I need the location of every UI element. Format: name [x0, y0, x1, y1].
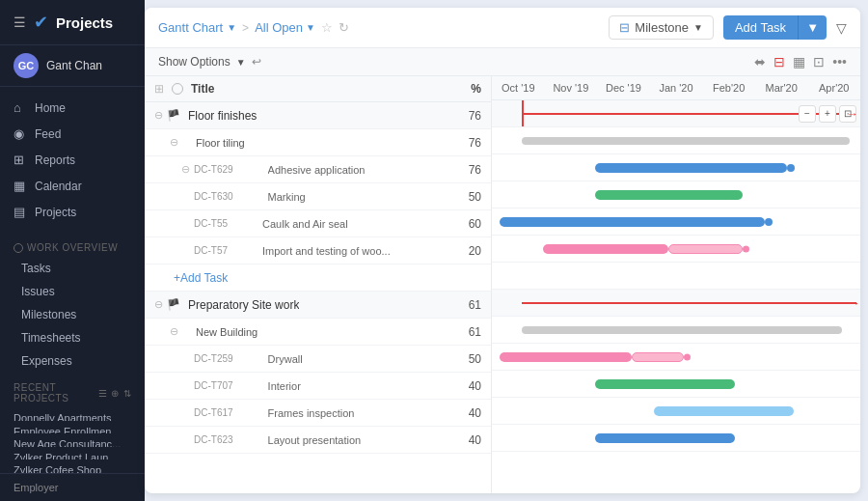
sidebar-item-issues[interactable]: Issues: [0, 280, 145, 303]
sidebar-item-timesheets[interactable]: Timesheets: [0, 326, 145, 349]
sidebar-item-calendar-label: Calendar: [35, 180, 82, 193]
task-code: DC-T630: [194, 191, 233, 202]
recent-add-icon[interactable]: ⊕: [111, 388, 120, 399]
task-percent: 20: [452, 244, 481, 258]
task-row: ⊖ DC-T630 Marking 50: [145, 183, 491, 210]
sidebar-item-expenses[interactable]: Expenses: [0, 349, 145, 373]
bar-row-floor-finishes: − + ⊡ →: [492, 100, 860, 127]
row-expand-icon[interactable]: ⊖: [170, 136, 178, 149]
gantt-bar-drywall-solid: [500, 352, 633, 362]
filter-lines-icon[interactable]: ⬌: [754, 54, 766, 70]
task-name: Drywall: [268, 353, 303, 365]
recent-project-zylker-cofee[interactable]: Zylker Cofee Shop: [0, 459, 145, 473]
minus-btn[interactable]: −: [799, 105, 816, 123]
toolbar-left: Gantt Chart ▼ > All Open ▼ ☆ ↻: [158, 20, 349, 35]
sidebar-item-feed[interactable]: ◉ Feed: [0, 121, 145, 147]
month-jan: Jan '20: [650, 82, 703, 94]
breadcrumb-separator: >: [242, 21, 249, 35]
task-list: ⊖ 🏴 Floor finishes 76 ⊖ Floor tiling 76: [145, 102, 491, 493]
options-left[interactable]: Show Options ▼ ↩: [158, 55, 261, 69]
gantt-bar-import-solid: [543, 244, 668, 254]
task-percent: 40: [452, 433, 481, 447]
expand-all-icon[interactable]: ⊞: [154, 82, 164, 96]
task-indent: ⊖ DC-T629 Adhesive application: [154, 163, 452, 176]
panel-header: ⊞ Title %: [145, 76, 491, 102]
sidebar-item-projects[interactable]: ▤ Projects: [0, 199, 145, 225]
row-expand-icon[interactable]: ⊖: [181, 163, 190, 176]
task-code: DC-T629: [194, 164, 233, 175]
task-indent: ⊖ DC-T57 Import and testing of woo...: [154, 244, 452, 257]
sidebar-item-tasks[interactable]: Tasks: [0, 257, 145, 280]
gantt-bar-interior: [595, 379, 735, 389]
undo-icon[interactable]: ↩: [252, 55, 261, 69]
warning-icon: 🏴: [167, 298, 180, 311]
all-open-selector[interactable]: All Open ▼: [255, 20, 315, 35]
sidebar-item-reports[interactable]: ⊞ Reports: [0, 147, 145, 173]
task-name: Interior: [268, 380, 301, 392]
month-feb: Feb'20: [702, 82, 755, 94]
work-overview-circle: [14, 243, 23, 253]
recent-menu-icon[interactable]: ☰: [98, 388, 108, 399]
task-row: ⊖ DC-T617 Frames inspection 40: [145, 400, 491, 427]
refresh-icon[interactable]: ↻: [339, 20, 349, 35]
task-name: Floor finishes: [188, 109, 257, 123]
plus-btn[interactable]: +: [819, 105, 836, 123]
warning-icon: 🏴: [167, 109, 180, 122]
add-task-button[interactable]: Add Task ▼: [723, 15, 827, 40]
sidebar-item-reports-label: Reports: [35, 153, 75, 167]
add-task-label: Add Task: [723, 15, 798, 40]
recent-project-zylker-product[interactable]: Zylker Product Laun...: [0, 447, 145, 460]
main-nav: ⌂ Home ◉ Feed ⊞ Reports ▦ Calendar ▤ Pro…: [0, 87, 145, 233]
sidebar-item-calendar[interactable]: ▦ Calendar: [0, 173, 145, 199]
task-name: Layout presentation: [268, 434, 362, 446]
task-row: ⊖ Floor tiling 76: [145, 129, 491, 156]
sidebar-item-milestones[interactable]: Milestones: [0, 303, 145, 326]
gantt-bar-adhesive: [595, 163, 787, 173]
add-task-row[interactable]: + Add Task: [145, 264, 491, 292]
row-expand-icon[interactable]: ⊖: [154, 298, 163, 311]
bar-dot-adhesive: [787, 164, 795, 172]
task-percent: 40: [452, 406, 481, 420]
star-icon[interactable]: ☆: [321, 20, 333, 35]
task-code: DC-T57: [194, 245, 228, 256]
task-row: ⊖ 🏴 Floor finishes 76: [145, 102, 491, 129]
task-indent: ⊖ DC-T259 Drywall: [154, 352, 452, 365]
month-oct: Oct '19: [492, 82, 545, 94]
bar-row-preparatory: →: [492, 290, 860, 317]
filter-icon[interactable]: ▽: [836, 20, 847, 36]
task-indent: ⊖ DC-T617 Frames inspection: [154, 406, 452, 419]
recent-io-icon[interactable]: ⇅: [123, 388, 132, 399]
task-row: ⊖ DC-T707 Interior 40: [145, 373, 491, 400]
task-percent: 61: [452, 325, 481, 339]
recent-project-newage[interactable]: New Age Consultanc...: [0, 433, 145, 447]
milestone-button[interactable]: ⊟ Milestone ▼: [609, 15, 714, 40]
chart-type-selector[interactable]: Gantt Chart ▼: [158, 20, 236, 35]
sidebar-item-home[interactable]: ⌂ Home: [0, 95, 145, 121]
task-name: Adhesive application: [268, 164, 366, 176]
task-row: ⊖ DC-T623 Layout presentation 40: [145, 427, 491, 454]
task-name: Floor tiling: [196, 137, 245, 149]
left-panel: ⊞ Title % ⊖ 🏴 Floor finishes 76: [145, 76, 492, 493]
bar-arrow-right: →: [847, 107, 858, 121]
more-options-icon[interactable]: •••: [832, 54, 847, 70]
group-icon[interactable]: ⊟: [773, 54, 785, 70]
recent-project-donnelly[interactable]: Donnelly Apartments: [0, 407, 145, 421]
task-code: DC-T259: [194, 353, 233, 364]
bar-row-drywall: [492, 344, 860, 371]
bar-row-floor-tiling: [492, 127, 860, 154]
task-code: DC-T707: [194, 380, 233, 391]
sidebar-item-home-label: Home: [35, 101, 66, 115]
task-indent: ⊖ DC-T707 Interior: [154, 379, 452, 392]
task-percent: 50: [452, 190, 481, 204]
task-row: ⊖ New Building 61: [145, 319, 491, 346]
recent-project-employee[interactable]: Employee Enrollmen...: [0, 421, 145, 434]
hamburger-icon[interactable]: ☰: [14, 14, 26, 30]
calendar-icon: ▦: [14, 179, 27, 193]
row-expand-icon[interactable]: ⊖: [154, 109, 163, 122]
screen-icon[interactable]: ⊡: [813, 54, 825, 70]
row-expand-icon[interactable]: ⊖: [170, 325, 178, 338]
bar-row-caulk: [492, 209, 860, 236]
add-task-dropdown-arrow[interactable]: ▼: [798, 15, 827, 40]
title-header-label: Title: [191, 82, 445, 96]
calendar-grid-icon[interactable]: ▦: [793, 54, 805, 70]
